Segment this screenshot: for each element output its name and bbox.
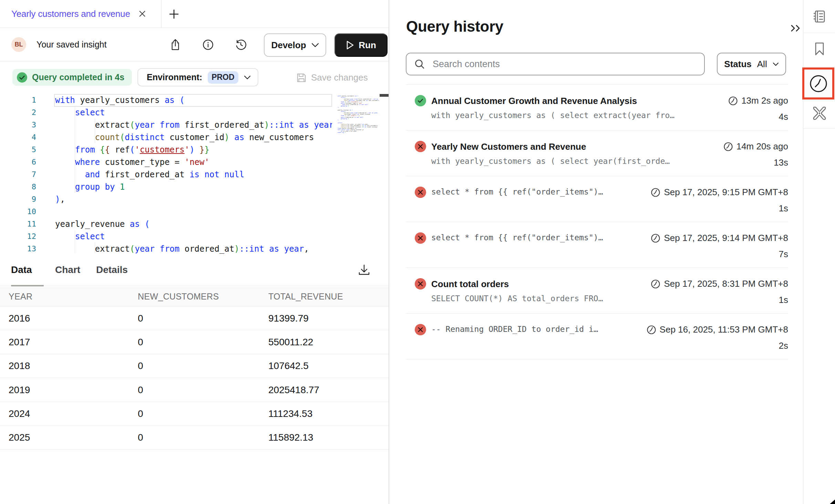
entry-timestamp: 13m 2s ago: [728, 95, 788, 106]
save-changes-button[interactable]: Save changes: [296, 61, 368, 94]
clock-icon: [723, 142, 733, 151]
indent-guide: [75, 230, 75, 254]
entry-title: Count total orders: [431, 279, 509, 290]
entry-timestamp: Sep 17, 2025, 9:14 PM GMT+8: [651, 233, 788, 243]
line-number: 5: [0, 144, 36, 156]
error-x-icon: [415, 278, 426, 290]
results-tabs-border: [0, 286, 389, 286]
editor-pane: Yearly customers and revenue BL Your sav…: [0, 0, 389, 504]
clock-icon: [728, 96, 738, 106]
editor-line-numbers: 1234567891011121314151617181920212223242…: [0, 94, 36, 254]
download-results-button[interactable]: [357, 262, 372, 278]
table-row[interactable]: 201902025418.77: [0, 378, 389, 402]
table-cell: 0: [138, 306, 143, 330]
query-history-entry[interactable]: select * from {{ ref("order_items")…Sep …: [406, 176, 788, 222]
run-label: Run: [359, 40, 376, 51]
table-row[interactable]: 20170550011.22: [0, 330, 389, 354]
clock-icon: [647, 325, 656, 335]
table-cell: 0: [138, 378, 143, 402]
develop-button[interactable]: Develop: [264, 33, 326, 57]
tab-close-icon[interactable]: [138, 10, 146, 18]
line-number: 10: [0, 206, 36, 218]
table-row[interactable]: 20240111234.53: [0, 402, 389, 426]
line-number: 7: [0, 168, 36, 181]
table-cell: 0: [138, 330, 143, 354]
bookmark-icon[interactable]: [803, 42, 835, 56]
line-number: 1: [0, 94, 36, 106]
status-filter-dropdown[interactable]: Status All: [717, 53, 786, 75]
tab-title: Yearly customers and revenue: [11, 9, 130, 19]
error-x-icon: [415, 232, 426, 244]
tab-yearly-customers-and-revenue[interactable]: Yearly customers and revenue: [11, 0, 146, 28]
column-header-new_customers: NEW_CUSTOMERS: [138, 287, 219, 306]
column-header-total_revenue: TOTAL_REVENUE: [268, 287, 343, 306]
share-icon[interactable]: [170, 28, 181, 61]
line-number: 11: [0, 218, 36, 230]
query-history-entry[interactable]: -- Renaming ORDER_ID to order_id i…Sep 1…: [406, 314, 788, 359]
clock-icon: [651, 188, 660, 197]
new-tab-button[interactable]: [168, 9, 179, 20]
chevron-down-icon: [311, 43, 319, 48]
table-cell: 0: [138, 402, 143, 426]
line-number: 3: [0, 119, 36, 131]
line-number: 8: [0, 181, 36, 193]
error-x-icon: [415, 187, 426, 198]
table-row[interactable]: 20180107642.5: [0, 354, 389, 378]
query-history-entry[interactable]: select * from {{ ref("order_items")…Sep …: [406, 222, 788, 268]
search-input[interactable]: Search contents: [406, 53, 705, 75]
query-history-entry[interactable]: Annual Customer Growth and Revenue Analy…: [406, 85, 788, 130]
info-icon[interactable]: [203, 28, 214, 61]
table-row[interactable]: 2016091399.79: [0, 306, 389, 330]
entry-title: Yearly New Customers and Revenue: [431, 141, 586, 152]
error-x-icon: [415, 324, 426, 335]
query-history-title: Query history: [406, 18, 503, 35]
results-tab-chart[interactable]: Chart: [55, 254, 80, 286]
entry-timestamp: 14m 20s ago: [723, 141, 788, 152]
results-table-body: 2016091399.7920170550011.2220180107642.5…: [0, 306, 389, 450]
status-filter-value: All: [757, 59, 767, 70]
app-window: Yearly customers and revenue BL Your sav…: [0, 0, 835, 504]
status-row: Query completed in 4s Environment: PROD …: [0, 61, 389, 94]
editor-code[interactable]: with yearly_customers as ( select extrac…: [55, 94, 332, 254]
table-row[interactable]: 20250115892.13: [0, 426, 389, 450]
explore-icon[interactable]: [803, 105, 835, 121]
table-cell: 2016: [9, 306, 30, 330]
query-history-clock-icon[interactable]: [810, 75, 827, 93]
entry-timestamp: Sep 17, 2025, 8:31 PM GMT+8: [651, 279, 788, 289]
entry-duration: 7s: [779, 249, 788, 260]
query-history-entry[interactable]: Count total ordersSep 17, 2025, 8:31 PM …: [406, 268, 788, 314]
insight-label: Your saved insight: [37, 28, 106, 61]
collapse-panel-icon[interactable]: [790, 22, 802, 34]
run-button[interactable]: Run: [334, 33, 388, 57]
line-number: 2: [0, 106, 36, 119]
chevron-down-icon: [773, 62, 779, 66]
query-history-entry[interactable]: Yearly New Customers and Revenue14m 20s …: [406, 130, 788, 176]
check-circle-icon: [17, 72, 27, 83]
query-history-panel: Query history Search contents Status All…: [390, 0, 803, 504]
rail-divider: [803, 128, 835, 129]
version-history-icon[interactable]: [235, 28, 246, 61]
entry-duration: 1s: [779, 295, 788, 305]
entry-timestamp: Sep 16, 2025, 11:53 PM GMT+8: [647, 324, 788, 335]
table-cell: 111234.53: [268, 402, 312, 426]
editor-scrollbar[interactable]: [380, 94, 389, 97]
save-icon: [296, 73, 307, 83]
results-tab-details[interactable]: Details: [96, 254, 128, 286]
table-cell: 2019: [9, 378, 30, 402]
rail-divider: [803, 33, 835, 33]
search-placeholder: Search contents: [433, 59, 500, 70]
results-tab-data[interactable]: Data: [11, 254, 32, 286]
editor-minimap[interactable]: with yearly_customers as ( select extrac…: [338, 95, 379, 252]
table-cell: 115892.13: [268, 426, 313, 450]
query-history-list: Annual Customer Growth and Revenue Analy…: [406, 84, 788, 359]
entry-title: select * from {{ ref("order_items")…: [431, 233, 603, 242]
avatar[interactable]: BL: [11, 37, 26, 52]
entry-title: Annual Customer Growth and Revenue Analy…: [431, 96, 637, 106]
indent-guide: [95, 243, 95, 254]
sql-editor[interactable]: 1234567891011121314151617181920212223242…: [0, 94, 389, 254]
column-header-year: YEAR: [9, 287, 32, 306]
notebook-icon[interactable]: [803, 10, 835, 23]
environment-selector[interactable]: Environment: PROD: [137, 68, 258, 86]
clock-icon: [651, 233, 660, 243]
line-number: 13: [0, 243, 36, 254]
